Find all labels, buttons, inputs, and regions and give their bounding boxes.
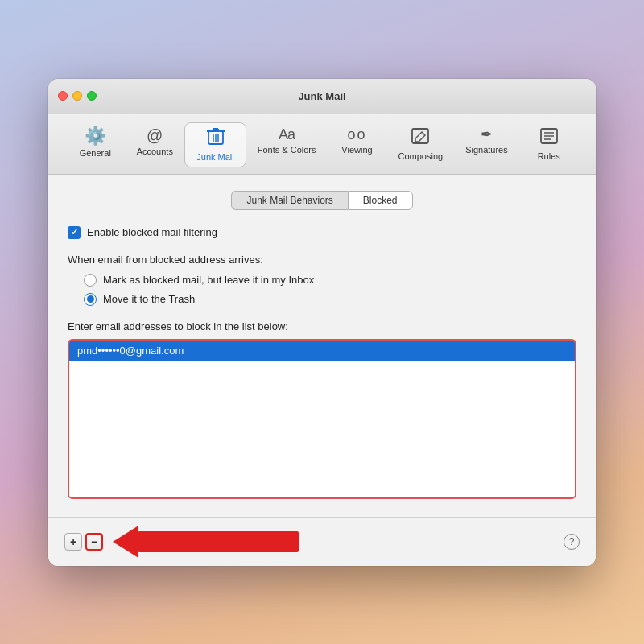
radio-row-move-trash: Move it to the Trash	[84, 293, 576, 306]
remove-icon: −	[91, 535, 97, 548]
toolbar-item-accounts[interactable]: @ Accounts	[125, 122, 184, 161]
toolbar-label-general: General	[80, 148, 111, 158]
toolbar-item-composing[interactable]: Composing	[386, 122, 454, 166]
rules-icon	[539, 127, 559, 148]
svg-rect-8	[412, 129, 428, 143]
when-email-label: When email from blocked address arrives:	[68, 254, 576, 266]
radio-move-trash[interactable]	[84, 293, 97, 306]
toolbar-label-rules: Rules	[538, 151, 560, 161]
segmented-control: Junk Mail Behaviors Blocked	[68, 191, 576, 210]
maximize-button[interactable]	[87, 91, 97, 101]
viewing-icon: oo	[347, 127, 366, 142]
seg-btn-blocked[interactable]: Blocked	[348, 191, 413, 210]
help-icon: ?	[569, 536, 575, 547]
toolbar-label-composing: Composing	[398, 151, 443, 161]
radio-group: Mark as blocked mail, but leave it in my…	[84, 274, 576, 306]
toolbar-item-fonts-colors[interactable]: Aa Fonts & Colors	[246, 122, 328, 159]
seg-btn-junk-behaviors[interactable]: Junk Mail Behaviors	[231, 191, 347, 210]
gear-icon: ⚙️	[85, 127, 106, 145]
window-title: Junk Mail	[298, 90, 345, 102]
signatures-icon: ✒	[481, 127, 493, 142]
add-icon: +	[70, 535, 76, 548]
list-label: Enter email addresses to block in the li…	[68, 320, 576, 332]
toolbar-item-general[interactable]: ⚙️ General	[65, 122, 125, 163]
arrow-body	[138, 531, 299, 552]
radio-row-mark-blocked: Mark as blocked mail, but leave it in my…	[84, 274, 576, 287]
toolbar-item-rules[interactable]: Rules	[519, 122, 579, 166]
help-button[interactable]: ?	[564, 534, 580, 550]
toolbar-label-fonts-colors: Fonts & Colors	[258, 145, 316, 155]
compose-icon	[411, 127, 430, 148]
toolbar-item-junk-mail[interactable]: Junk Mail	[184, 122, 246, 167]
toolbar: ⚙️ General @ Accounts Junk Mail	[48, 114, 596, 175]
trash-icon	[206, 128, 225, 149]
content-area: Junk Mail Behaviors Blocked ✓ Enable blo…	[48, 175, 596, 517]
titlebar: Junk Mail	[48, 79, 596, 114]
toolbar-item-viewing[interactable]: oo Viewing	[327, 122, 386, 159]
radio-label-mark-blocked: Mark as blocked mail, but leave it in my…	[103, 274, 314, 286]
list-controls: + −	[64, 526, 299, 558]
toolbar-label-junk-mail: Junk Mail	[196, 152, 233, 162]
close-button[interactable]	[58, 91, 68, 101]
remove-button[interactable]: −	[85, 533, 103, 551]
red-arrow-annotation	[113, 526, 299, 558]
radio-label-move-trash: Move it to the Trash	[103, 293, 195, 305]
enable-filtering-checkbox[interactable]: ✓	[68, 226, 80, 239]
add-button[interactable]: +	[64, 533, 82, 551]
toolbar-label-accounts: Accounts	[137, 147, 173, 156]
main-window: Junk Mail ⚙️ General @ Accounts	[48, 79, 596, 566]
enable-filtering-row: ✓ Enable blocked mail filtering	[68, 226, 576, 239]
email-list-container: pmd••••••0@gmail.com	[68, 339, 576, 499]
arrow-head	[113, 526, 138, 558]
at-icon: @	[147, 127, 163, 143]
toolbar-label-viewing: Viewing	[341, 145, 372, 155]
fonts-icon: Aa	[279, 127, 295, 142]
radio-mark-blocked[interactable]	[84, 274, 97, 287]
enable-filtering-label: Enable blocked mail filtering	[87, 226, 217, 238]
checkmark-icon: ✓	[71, 228, 78, 237]
traffic-lights	[58, 91, 97, 101]
selected-email-text: pmd••••••0@gmail.com	[77, 345, 184, 357]
toolbar-label-signatures: Signatures	[465, 145, 508, 155]
minimize-button[interactable]	[72, 91, 82, 101]
toolbar-item-signatures[interactable]: ✒ Signatures	[454, 122, 519, 159]
radio-selected-dot	[87, 295, 94, 303]
bottom-bar: + − ?	[48, 517, 596, 566]
email-empty-area	[69, 361, 575, 497]
email-selected-row[interactable]: pmd••••••0@gmail.com	[69, 341, 575, 361]
